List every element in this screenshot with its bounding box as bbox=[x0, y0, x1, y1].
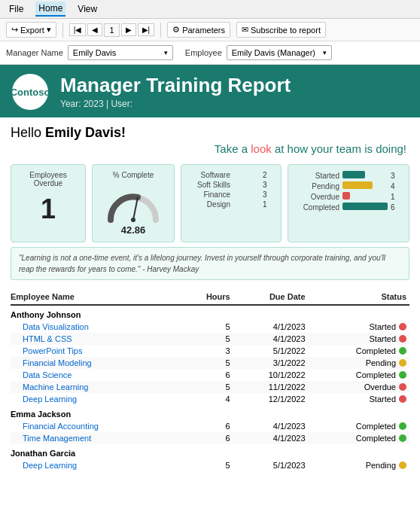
table-row: Time Management 6 4/1/2023 Completed bbox=[11, 432, 409, 444]
separator2 bbox=[160, 23, 161, 38]
manager-filter-group: Manager Name Emily Davis ▾ bbox=[6, 45, 173, 60]
table-row: Data Visualization 5 4/1/2023 Started bbox=[11, 321, 409, 333]
nav-first-button[interactable]: |◀ bbox=[69, 23, 87, 36]
table-row: PowerPoint Tips 3 5/1/2022 Completed bbox=[11, 345, 409, 357]
kpi-row: Employees Overdue 1 % Complete 42.86 Sof… bbox=[0, 164, 420, 242]
status-dot bbox=[399, 323, 406, 331]
complete-label: % Complete bbox=[113, 171, 154, 179]
export-chevron-icon: ▾ bbox=[47, 25, 51, 35]
table-row: HTML & CSS 5 4/1/2023 Started bbox=[11, 333, 409, 345]
category-row: Soft Skills 3 bbox=[189, 181, 273, 189]
report-subtitle: Year: 2023 | User: bbox=[60, 99, 291, 109]
logo: Contoso bbox=[12, 74, 48, 110]
quote-box: "Learning is not a one-time event, it's … bbox=[11, 247, 409, 280]
status-dot bbox=[399, 462, 406, 469]
table-row: Deep Learning 5 5/1/2023 Pending bbox=[11, 459, 409, 471]
filter-icon: ⚙ bbox=[172, 25, 180, 35]
category-row: Finance 3 bbox=[189, 190, 273, 199]
employee-name-row: Emma Jackson bbox=[11, 405, 409, 420]
quote-text: "Learning is not a one-time event, it's … bbox=[19, 254, 385, 273]
status-summary-box: Started 3 Pending 4 Overdue 1 Completed … bbox=[288, 164, 409, 242]
nav-next-button[interactable]: ▶ bbox=[121, 23, 136, 36]
menu-bar: File Home View bbox=[0, 0, 420, 19]
menu-home[interactable]: Home bbox=[35, 2, 65, 17]
separator bbox=[62, 23, 63, 38]
employee-label: Employee bbox=[185, 48, 222, 57]
status-dot bbox=[399, 347, 406, 355]
col-due: Due Date bbox=[233, 289, 309, 305]
table-row: Financial Accounting 6 4/1/2023 Complete… bbox=[11, 420, 409, 432]
table-row: Data Science 6 10/1/2022 Completed bbox=[11, 369, 409, 381]
subscribe-button[interactable]: ✉ Subscribe to report bbox=[236, 22, 326, 38]
col-status: Status bbox=[309, 289, 409, 305]
manager-label: Manager Name bbox=[6, 48, 63, 57]
hello-greeting: Hello Emily Davis! bbox=[11, 125, 409, 141]
manager-select[interactable]: Emily Davis ▾ bbox=[68, 45, 173, 60]
employee-chevron-icon: ▾ bbox=[323, 49, 327, 56]
report-title: Manager Training Report bbox=[60, 75, 291, 96]
status-dot bbox=[399, 422, 406, 430]
employee-name-row: Anthony Johnson bbox=[11, 305, 409, 321]
report-header: Contoso Manager Training Report Year: 20… bbox=[0, 65, 420, 117]
gauge-box: % Complete 42.86 bbox=[92, 164, 175, 242]
status-row: Overdue 1 bbox=[296, 192, 401, 201]
filter-bar: Manager Name Emily Davis ▾ Employee Emil… bbox=[0, 41, 420, 65]
export-button[interactable]: ↪ Export ▾ bbox=[6, 22, 56, 38]
manager-chevron-icon: ▾ bbox=[164, 49, 168, 56]
tagline: Take a look at how your team is doing! bbox=[11, 142, 409, 155]
col-employee: Employee Name bbox=[11, 289, 182, 305]
employee-name-row: Jonathan Garcia bbox=[11, 444, 409, 459]
status-dot bbox=[399, 434, 406, 442]
nav-buttons: |◀ ◀ 1 ▶ ▶| bbox=[69, 23, 154, 37]
employee-select[interactable]: Emily Davis (Manager) ▾ bbox=[227, 45, 332, 60]
status-row: Started 3 bbox=[296, 171, 401, 180]
header-text: Manager Training Report Year: 2023 | Use… bbox=[60, 75, 291, 109]
menu-file[interactable]: File bbox=[6, 2, 26, 16]
complete-value: 42.86 bbox=[121, 224, 146, 236]
nav-prev-button[interactable]: ◀ bbox=[87, 23, 102, 36]
table-row: Machine Learning 5 11/1/2022 Overdue bbox=[11, 381, 409, 393]
col-hours: Hours bbox=[182, 289, 233, 305]
table-row: Financial Modeling 5 3/1/2022 Pending bbox=[11, 357, 409, 369]
parameters-button[interactable]: ⚙ Parameters bbox=[167, 22, 230, 38]
table-section: Employee Name Hours Due Date Status Anth… bbox=[0, 285, 420, 471]
overdue-label: Employees Overdue bbox=[19, 171, 78, 187]
nav-last-button[interactable]: ▶| bbox=[138, 23, 155, 36]
overdue-box: Employees Overdue 1 bbox=[11, 164, 86, 242]
status-dot bbox=[399, 359, 406, 367]
export-icon: ↪ bbox=[11, 25, 18, 35]
page-number: 1 bbox=[104, 23, 119, 37]
status-dot bbox=[399, 335, 406, 343]
menu-view[interactable]: View bbox=[75, 2, 100, 16]
employee-filter-group: Employee Emily Davis (Manager) ▾ bbox=[185, 45, 332, 60]
table-row: Deep Learning 4 12/1/2022 Started bbox=[11, 393, 409, 405]
svg-point-1 bbox=[131, 218, 135, 222]
category-row: Design 1 bbox=[189, 200, 273, 209]
category-row: Software 2 bbox=[189, 171, 273, 179]
toolbar: ↪ Export ▾ |◀ ◀ 1 ▶ ▶| ⚙ Parameters ✉ Su… bbox=[0, 19, 420, 41]
categories-box: Software 2 Soft Skills 3 Finance 3 Desig… bbox=[181, 164, 282, 242]
hello-section: Hello Emily Davis! Take a look at how yo… bbox=[0, 117, 420, 164]
overdue-value: 1 bbox=[19, 193, 78, 225]
status-dot bbox=[399, 383, 406, 391]
svg-line-0 bbox=[133, 197, 138, 220]
status-dot bbox=[399, 371, 406, 379]
status-row: Completed 6 bbox=[296, 203, 401, 212]
subscribe-icon: ✉ bbox=[242, 25, 248, 35]
training-table: Employee Name Hours Due Date Status Anth… bbox=[11, 289, 409, 471]
gauge-visual bbox=[103, 187, 163, 223]
status-dot bbox=[399, 395, 406, 403]
status-row: Pending 4 bbox=[296, 181, 401, 190]
